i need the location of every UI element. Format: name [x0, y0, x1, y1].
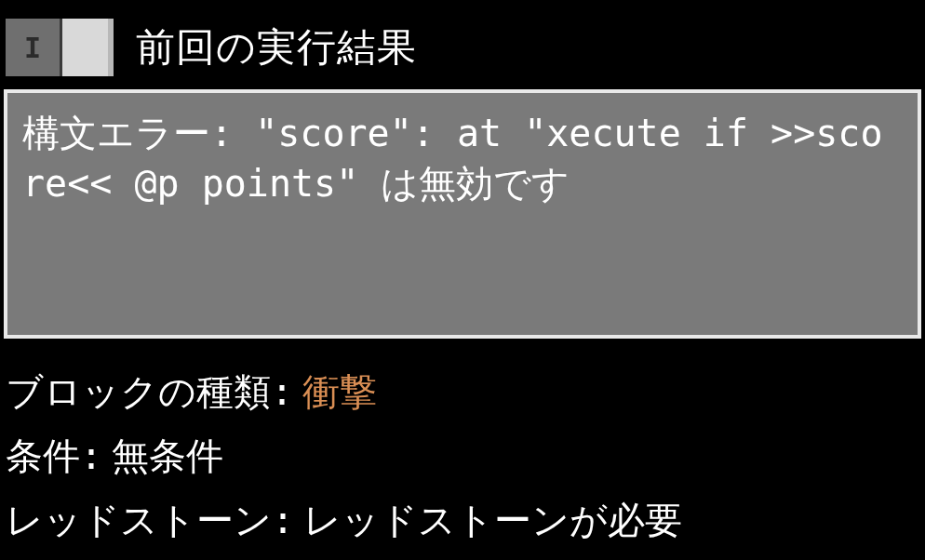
toggle-off-indicator: I: [6, 19, 60, 76]
command-block-settings: ブロックの種類: 衝撃 条件: 無条件 レッドストーン: レッドストーンが必要: [0, 367, 925, 559]
block-type-label: ブロックの種類:: [6, 367, 293, 418]
condition-value: 無条件: [112, 431, 223, 482]
condition-row[interactable]: 条件: 無条件: [6, 431, 919, 482]
toggle-knob: [60, 19, 114, 76]
previous-output-toggle[interactable]: I: [6, 19, 114, 76]
previous-output-text: 構文エラー: "score": at "xecute if >>score<< …: [22, 112, 882, 205]
previous-output-title: 前回の実行結果: [136, 21, 417, 73]
condition-label: 条件:: [6, 431, 102, 482]
redstone-label: レッドストーン:: [6, 495, 294, 546]
previous-output-header: I 前回の実行結果: [0, 0, 925, 89]
block-type-row[interactable]: ブロックの種類: 衝撃: [6, 367, 919, 418]
block-type-value: 衝撃: [302, 367, 377, 418]
command-block-screen: I 前回の実行結果 構文エラー: "score": at "xecute if …: [0, 0, 925, 560]
redstone-row[interactable]: レッドストーン: レッドストーンが必要: [6, 495, 919, 546]
previous-output-box: 構文エラー: "score": at "xecute if >>score<< …: [4, 89, 921, 339]
redstone-value: レッドストーンが必要: [303, 495, 682, 546]
